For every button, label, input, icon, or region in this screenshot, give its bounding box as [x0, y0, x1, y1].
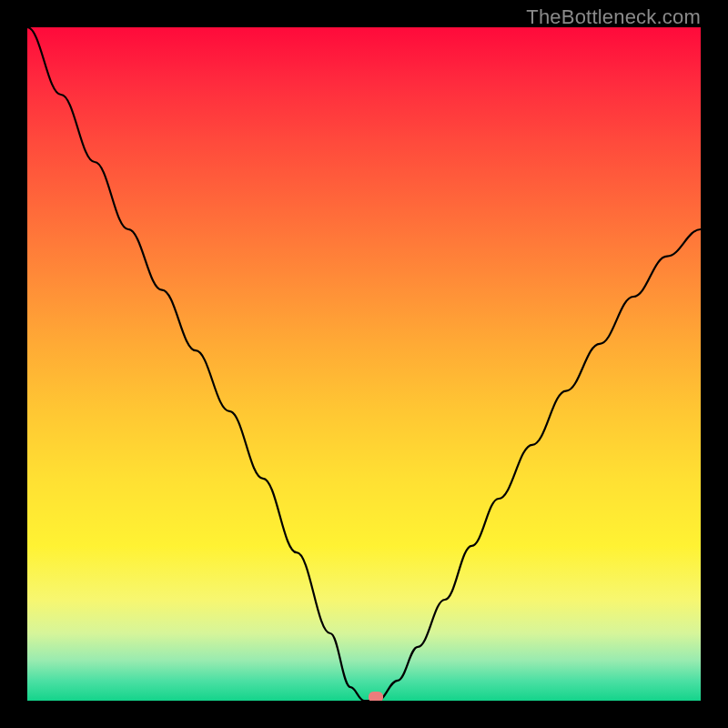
curve-path	[27, 27, 701, 701]
optimal-point-marker	[369, 692, 383, 701]
watermark-text: TheBottleneck.com	[526, 5, 701, 29]
plot-area	[27, 27, 701, 701]
bottleneck-curve	[27, 27, 701, 701]
chart-frame: TheBottleneck.com	[0, 0, 728, 728]
